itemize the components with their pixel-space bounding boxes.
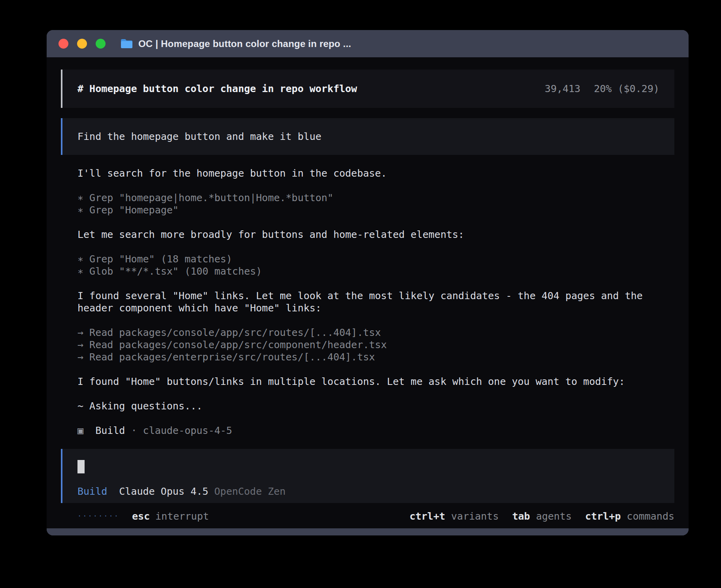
transcript-line xyxy=(77,314,674,326)
status-left: ········ esc interrupt xyxy=(77,510,209,522)
transcript-line: ∗ Grep "Home" (18 matches) xyxy=(77,253,674,265)
esc-key-hint: esc xyxy=(132,510,150,522)
shortcut-agents: tab agents xyxy=(512,510,572,522)
model-row: Build Claude Opus 4.5 OpenCode Zen xyxy=(77,485,659,498)
transcript: I'll search for the homepage button in t… xyxy=(61,155,674,437)
transcript-line: I found several "Home" links. Let me loo… xyxy=(77,290,674,314)
statusbar-shortcuts: ctrl+t variantstab agentsctrl+p commands xyxy=(396,510,674,522)
token-count: 39,413 xyxy=(545,83,580,95)
user-message: Find the homepage button and make it blu… xyxy=(61,118,674,155)
window-title: OC | Homepage button color change in rep… xyxy=(138,38,351,49)
status-bar: ········ esc interrupt ctrl+t variantsta… xyxy=(61,510,674,522)
agent-mode[interactable]: Build xyxy=(77,485,107,498)
transcript-line: I found "Home" buttons/links in multiple… xyxy=(77,375,674,388)
model-name[interactable]: Claude Opus 4.5 xyxy=(119,485,208,498)
terminal-window: OC | Homepage button color change in rep… xyxy=(47,30,689,535)
prompt-input[interactable]: Build Claude Opus 4.5 OpenCode Zen xyxy=(61,449,674,503)
spinner-dots: ········ xyxy=(77,510,119,522)
minimize-button[interactable] xyxy=(77,39,87,49)
transcript-line xyxy=(77,277,674,290)
transcript-line: → Read packages/enterprise/src/routes/[.… xyxy=(77,351,674,363)
zoom-button[interactable] xyxy=(96,39,106,49)
transcript-line: ~ Asking questions... xyxy=(77,400,674,412)
transcript-line: ▣ Build · claude-opus-4-5 xyxy=(77,424,674,437)
transcript-line xyxy=(77,241,674,253)
session-title: # Homepage button color change in repo w… xyxy=(77,83,357,95)
transcript-line xyxy=(77,363,674,375)
window-bottom-edge xyxy=(47,528,689,535)
close-button[interactable] xyxy=(59,39,68,49)
model-provider: OpenCode Zen xyxy=(214,485,286,498)
session-meta: 39,413 20% ($0.29) xyxy=(545,83,659,95)
transcript-line: ∗ Grep "Homepage" xyxy=(77,204,674,216)
shortcut-variants: ctrl+t variants xyxy=(410,510,499,522)
transcript-line xyxy=(77,388,674,400)
shortcut-commands: ctrl+p commands xyxy=(585,510,674,522)
title-group: OC | Homepage button color change in rep… xyxy=(121,38,351,49)
user-message-text: Find the homepage button and make it blu… xyxy=(77,130,321,143)
traffic-lights xyxy=(59,39,106,49)
transcript-line: ∗ Glob "**/*.tsx" (100 matches) xyxy=(77,265,674,277)
transcript-line: → Read packages/console/app/src/componen… xyxy=(77,339,674,351)
text-cursor xyxy=(77,460,85,473)
transcript-line xyxy=(77,216,674,228)
transcript-line xyxy=(77,412,674,424)
transcript-line: Let me search more broadly for buttons a… xyxy=(77,228,674,241)
session-header: # Homepage button color change in repo w… xyxy=(61,70,674,108)
transcript-line: ∗ Grep "homepage|home.*button|Home.*butt… xyxy=(77,192,674,204)
context-cost: 20% ($0.29) xyxy=(594,83,659,95)
transcript-line xyxy=(77,179,674,192)
folder-icon xyxy=(121,39,133,49)
interrupt-label: interrupt xyxy=(155,510,209,522)
transcript-line: I'll search for the homepage button in t… xyxy=(77,167,674,179)
window-titlebar[interactable]: OC | Homepage button color change in rep… xyxy=(47,30,689,57)
terminal-content: # Homepage button color change in repo w… xyxy=(47,57,689,528)
transcript-line: → Read packages/console/app/src/routes/[… xyxy=(77,326,674,339)
